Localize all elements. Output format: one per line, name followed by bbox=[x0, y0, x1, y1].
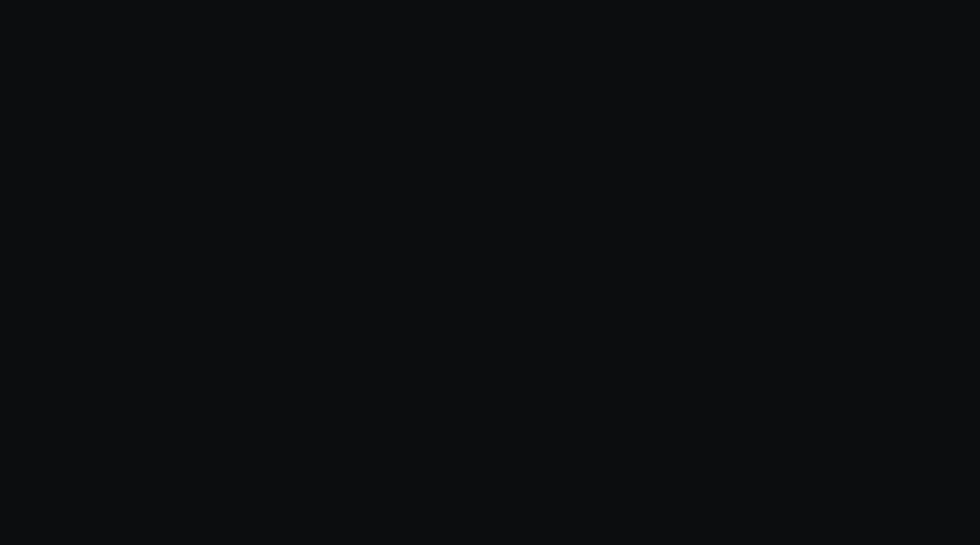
cubase-window: { "colors":{"cyan":"#63d6cd","blue":"#58… bbox=[0, 0, 980, 545]
